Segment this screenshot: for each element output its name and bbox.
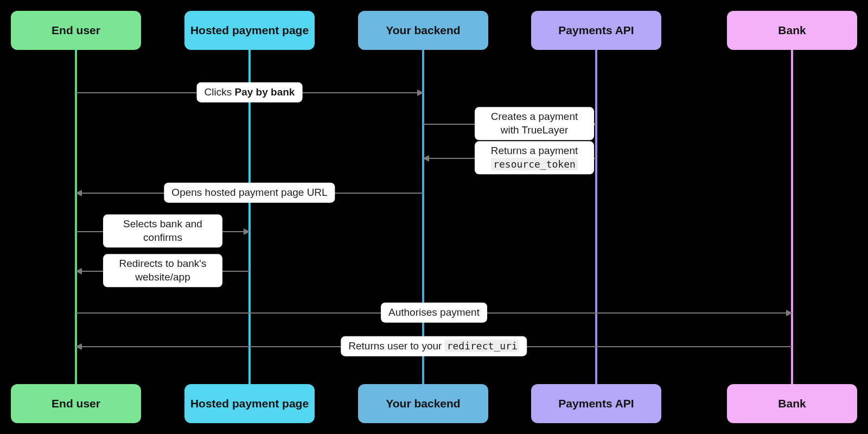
actor-bank-top: Bank — [727, 11, 857, 50]
actor-backend-bot: Your backend — [358, 384, 488, 423]
actor-label: Hosted payment page — [190, 397, 309, 410]
actor-payments-api-bot: Payments API — [531, 384, 661, 423]
message-label-4: Selects bank andconfirms — [103, 214, 222, 247]
actor-label: Hosted payment page — [190, 24, 309, 37]
lifeline-end-user — [75, 50, 77, 384]
arrowhead-right-icon — [417, 90, 424, 96]
arrowhead-right-icon — [786, 310, 793, 316]
actor-label: Your backend — [386, 24, 460, 37]
message-label-3: Opens hosted payment page URL — [164, 183, 335, 203]
message-label-0: Clicks Pay by bank — [197, 82, 303, 103]
actor-backend-top: Your backend — [358, 11, 488, 50]
actor-label: End user — [52, 24, 100, 37]
actor-end-user-bot: End user — [11, 384, 141, 423]
arrowhead-left-icon — [423, 155, 429, 162]
actor-hosted-pp-top: Hosted payment page — [184, 11, 315, 50]
lifeline-payments-api — [595, 50, 597, 384]
actor-label: Bank — [778, 24, 806, 37]
message-label-1: Creates a paymentwith TrueLayer — [475, 107, 594, 140]
actor-hosted-pp-bot: Hosted payment page — [184, 384, 315, 423]
message-label-6: Authorises payment — [381, 303, 487, 323]
actor-label: Bank — [778, 397, 806, 410]
message-label-5: Redirects to bank'swebsite/app — [103, 254, 222, 287]
message-label-2: Returns a paymentresource_token — [475, 141, 594, 174]
actor-payments-api-top: Payments API — [531, 11, 661, 50]
sequence-diagram: End user Hosted payment page Your backen… — [0, 0, 868, 434]
arrowhead-right-icon — [244, 228, 250, 235]
arrowhead-left-icon — [75, 268, 82, 275]
arrowhead-left-icon — [75, 343, 82, 350]
message-label-7: Returns user to your redirect_uri — [341, 336, 527, 356]
actor-label: Payments API — [558, 397, 634, 410]
actor-label: Your backend — [386, 397, 460, 410]
lifeline-backend — [422, 50, 424, 384]
lifeline-bank — [791, 50, 793, 384]
actor-end-user-top: End user — [11, 11, 141, 50]
arrowhead-left-icon — [75, 190, 82, 196]
actor-label: Payments API — [558, 24, 634, 37]
actor-label: End user — [52, 397, 100, 410]
actor-bank-bot: Bank — [727, 384, 857, 423]
